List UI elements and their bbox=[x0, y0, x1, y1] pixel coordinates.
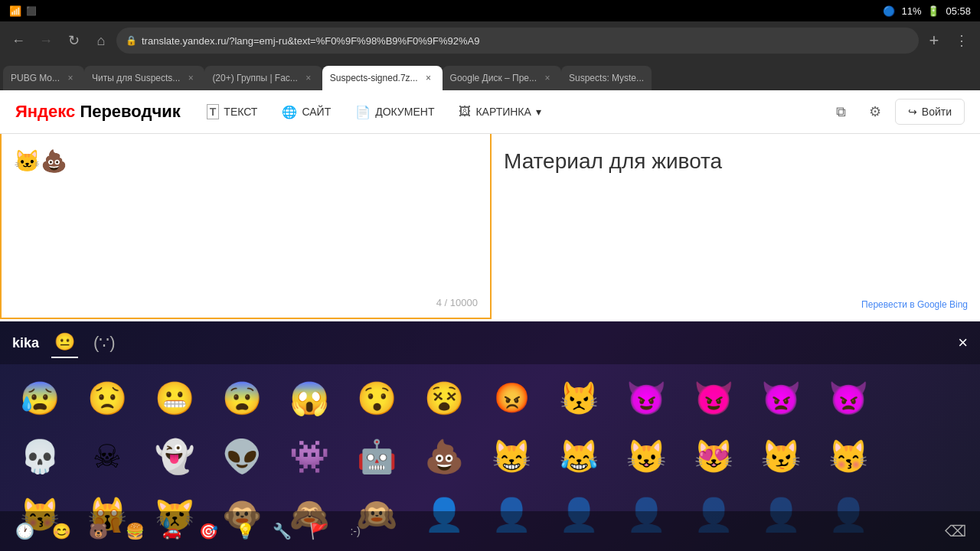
yandex-logo: Яндекс Переводчик bbox=[15, 102, 181, 122]
google-link[interactable]: Google bbox=[917, 299, 947, 310]
flags-button[interactable]: 🚩 bbox=[303, 516, 334, 546]
browser-chrome: ← → ↻ ⌂ 🔒 translate.yandex.ru/?lang=emj-… bbox=[0, 21, 980, 90]
new-tab-button[interactable]: + bbox=[922, 28, 946, 53]
tab-close-gdrive[interactable]: × bbox=[541, 72, 554, 84]
reload-button[interactable]: ↻ bbox=[61, 28, 86, 53]
emoji-alien[interactable]: 👽 bbox=[208, 429, 276, 484]
doc-nav-icon: 📄 bbox=[355, 105, 371, 119]
nav-text-button[interactable]: T ТЕКСТ bbox=[196, 99, 269, 124]
emoji-tab-button[interactable]: 😊 bbox=[46, 516, 77, 546]
emoji-smiley-cat[interactable]: 😺 bbox=[612, 429, 680, 484]
login-button[interactable]: ↪ Войти bbox=[895, 99, 965, 125]
tab-chity[interactable]: Читы для Suspects... × bbox=[84, 66, 204, 90]
emoji-kissing-cat[interactable]: 😽 bbox=[815, 429, 882, 484]
keyboard-tab-kaomoji[interactable]: (∵) bbox=[90, 328, 119, 357]
emoji-devil-red2[interactable]: 👿 bbox=[815, 370, 882, 425]
site-nav-icon: 🌐 bbox=[282, 105, 297, 119]
translate-with: Перевести в Google Bing bbox=[861, 299, 968, 310]
nav-site-button[interactable]: 🌐 САЙТ bbox=[271, 99, 341, 124]
emoji-ghost[interactable]: 👻 bbox=[141, 429, 208, 484]
home-button[interactable]: ⌂ bbox=[89, 28, 113, 53]
logo-yandex-text: Яндекс bbox=[15, 102, 75, 121]
emoji-joy-cat[interactable]: 😹 bbox=[545, 429, 612, 484]
address-text: translate.yandex.ru/?lang=emj-ru&text=%F… bbox=[142, 35, 910, 47]
translator-header: Яндекс Переводчик T ТЕКСТ 🌐 САЙТ 📄 ДОКУМ… bbox=[0, 90, 980, 134]
address-bar[interactable]: 🔒 translate.yandex.ru/?lang=emj-ru&text=… bbox=[116, 28, 919, 54]
emoji-row-1: 😰 😟 😬 😨 😱 😯 😵 😡 😾 😈 😈 👿 👿 bbox=[6, 370, 974, 425]
emoji-skull[interactable]: 💀 bbox=[6, 429, 74, 484]
emoji-fearful[interactable]: 😨 bbox=[208, 370, 276, 425]
char-count: 4 / 10000 bbox=[436, 297, 478, 308]
emoji-devil-purple2[interactable]: 😈 bbox=[680, 370, 747, 425]
nav-doc-label: ДОКУМЕНТ bbox=[375, 106, 434, 118]
browser-toolbar: ← → ↻ ⌂ 🔒 translate.yandex.ru/?lang=emj-… bbox=[0, 21, 980, 60]
keyboard-close-button[interactable]: × bbox=[958, 333, 968, 353]
emoji-space-invader[interactable]: 👾 bbox=[276, 429, 343, 484]
tab-gdrive[interactable]: Google Диск – Пре... × bbox=[443, 66, 561, 90]
emoji-crossbones[interactable]: ☠ bbox=[74, 429, 141, 484]
clock: 05:58 bbox=[946, 5, 971, 17]
translate-with-label: Перевести в bbox=[861, 299, 914, 310]
tab-close-suspects[interactable]: × bbox=[423, 72, 435, 84]
food-button[interactable]: 🍔 bbox=[119, 516, 150, 546]
keyboard-tab-emoji[interactable]: 😐 bbox=[51, 328, 78, 358]
emoji-smirk-cat[interactable]: 😼 bbox=[747, 429, 815, 484]
emoji-dizzy[interactable]: 😵 bbox=[410, 370, 478, 425]
status-bar-left: 📶 ⬛ bbox=[9, 5, 37, 17]
nav-doc-button[interactable]: 📄 ДОКУМЕНТ bbox=[345, 99, 445, 124]
emoji-angry[interactable]: 😡 bbox=[478, 370, 545, 425]
car-button[interactable]: 🚗 bbox=[156, 516, 187, 546]
recent-button[interactable]: 🕐 bbox=[9, 516, 40, 546]
emoji-grimace[interactable]: 😬 bbox=[141, 370, 208, 425]
emoji-nauseated[interactable]: 😰 bbox=[6, 370, 74, 425]
bing-link[interactable]: Bing bbox=[949, 299, 968, 310]
emoji-row-2: 💀 ☠ 👻 👽 👾 🤖 💩 😸 😹 😺 😻 😼 😽 bbox=[6, 429, 974, 484]
keyboard-toolbar: 🕐 😊 🐻 🍔 🚗 🎯 💡 🔧 🚩 :-) ⌫ bbox=[0, 511, 980, 551]
emoji-devil-purple[interactable]: 😈 bbox=[612, 370, 680, 425]
battery-icon: 🔋 bbox=[927, 5, 939, 17]
kika-logo: kika bbox=[12, 335, 39, 351]
bluetooth-icon: 🔵 bbox=[883, 5, 895, 17]
tab-suspects[interactable]: Suspects-signed.7z... × bbox=[322, 66, 443, 90]
nav-image-button[interactable]: 🖼 КАРТИНКА ▾ bbox=[448, 99, 551, 124]
kaomoji-button[interactable]: :-) bbox=[340, 516, 371, 546]
forward-button[interactable]: → bbox=[34, 28, 58, 53]
tab-pubg[interactable]: PUBG Mo... × bbox=[3, 66, 84, 90]
source-panel[interactable]: 🐱💩 4 / 10000 bbox=[0, 134, 492, 319]
activity-button[interactable]: 🎯 bbox=[193, 516, 224, 546]
keyboard-area: kika 😐 (∵) × 😰 😟 😬 😨 😱 😯 😵 😡 😾 😈 😈 👿 👿 💀… bbox=[0, 321, 980, 551]
dropdown-icon: ▾ bbox=[536, 106, 541, 118]
delete-button[interactable]: ⌫ bbox=[940, 516, 971, 546]
text-nav-icon: T bbox=[207, 104, 220, 119]
settings-button[interactable]: ⚙ bbox=[861, 98, 889, 126]
source-text: 🐱💩 bbox=[14, 146, 478, 176]
emoji-hushed[interactable]: 😯 bbox=[343, 370, 410, 425]
logo-translator-text: Переводчик bbox=[75, 102, 181, 121]
tab-suspects2[interactable]: Suspects: Myste... bbox=[561, 66, 652, 90]
emoji-devil-red[interactable]: 👿 bbox=[747, 370, 815, 425]
emoji-grin-cat[interactable]: 😸 bbox=[478, 429, 545, 484]
nav-site-label: САЙТ bbox=[302, 106, 331, 118]
emoji-scream[interactable]: 😱 bbox=[276, 370, 343, 425]
image-nav-icon: 🖼 bbox=[459, 105, 471, 119]
browser-menu-button[interactable]: ⋮ bbox=[949, 28, 974, 53]
copy-button[interactable]: ⧉ bbox=[828, 98, 855, 126]
emoji-worried[interactable]: 😟 bbox=[74, 370, 141, 425]
emoji-robot[interactable]: 🤖 bbox=[343, 429, 410, 484]
emoji-heart-eyes-cat[interactable]: 😻 bbox=[680, 429, 747, 484]
emoji-pouting-cat[interactable]: 😾 bbox=[545, 370, 612, 425]
sticker-button[interactable]: 🐻 bbox=[83, 516, 113, 546]
battery-level: 11% bbox=[901, 5, 921, 17]
recording-icon: ⬛ bbox=[26, 6, 37, 16]
status-bar: 📶 ⬛ 🔵 11% 🔋 05:58 bbox=[0, 0, 980, 21]
emoji-poop[interactable]: 💩 bbox=[410, 429, 478, 484]
tab-facebook[interactable]: (20+) Группы | Fac... × bbox=[204, 66, 322, 90]
tab-close-facebook[interactable]: × bbox=[302, 72, 315, 84]
target-panel: Материал для живота Перевести в Google B… bbox=[492, 134, 980, 319]
back-button[interactable]: ← bbox=[6, 28, 31, 53]
translator-app: Яндекс Переводчик T ТЕКСТ 🌐 САЙТ 📄 ДОКУМ… bbox=[0, 90, 980, 321]
tab-close-chity[interactable]: × bbox=[185, 72, 197, 84]
objects-button[interactable]: 💡 bbox=[230, 516, 260, 546]
tab-close-pubg[interactable]: × bbox=[64, 72, 77, 84]
tools-button[interactable]: 🔧 bbox=[266, 516, 297, 546]
